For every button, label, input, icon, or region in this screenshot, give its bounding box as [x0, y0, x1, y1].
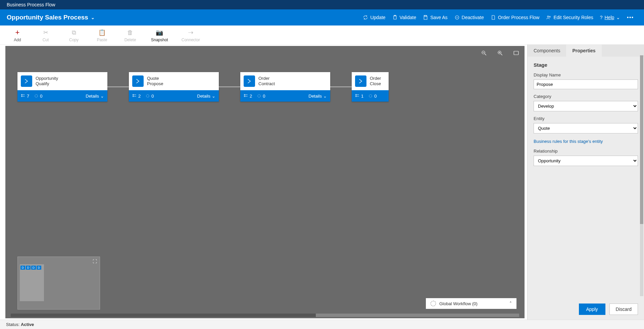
chevron-up-icon[interactable]: ˄ — [509, 301, 512, 306]
minimap-node: D — [26, 266, 31, 270]
camera-icon: 📷 — [156, 29, 163, 36]
connector-icon: ⇢ — [188, 29, 193, 36]
svg-rect-14 — [21, 94, 22, 95]
minimap-node: D — [31, 266, 36, 270]
add-button[interactable]: + Add — [10, 29, 25, 42]
edit-security-button[interactable]: Edit Security Roles — [543, 13, 596, 22]
svg-line-10 — [501, 54, 502, 55]
entity-select[interactable]: Quote — [534, 123, 638, 133]
scroll-thumb[interactable] — [640, 55, 643, 224]
horizontal-scrollbar[interactable] — [11, 314, 519, 317]
paste-button[interactable]: 📋 Paste — [95, 29, 109, 42]
copy-label: Copy — [69, 38, 79, 42]
fit-to-screen-button[interactable] — [513, 50, 519, 56]
relationship-label: Relationship — [534, 149, 638, 154]
add-label: Add — [14, 38, 21, 42]
details-toggle[interactable]: Details⌄ — [86, 94, 104, 99]
details-toggle[interactable]: Details⌄ — [308, 94, 327, 99]
save-as-button[interactable]: Save As — [419, 13, 451, 22]
chevron-down-icon: ⌄ — [91, 15, 95, 20]
category-label: Category — [534, 94, 638, 99]
workflow-count: 0 — [257, 94, 265, 99]
order-label: Order Process Flow — [498, 15, 540, 20]
snapshot-button[interactable]: 📷 Snapshot — [151, 29, 168, 42]
validate-label: Validate — [400, 15, 416, 20]
svg-rect-15 — [21, 96, 22, 97]
vertical-scrollbar[interactable] — [640, 55, 643, 296]
snapshot-label: Snapshot — [151, 38, 168, 42]
help-button[interactable]: ? Help ⌄ — [597, 13, 624, 22]
svg-point-23 — [146, 95, 149, 97]
minimap[interactable]: ⛶ D D D D — [17, 257, 100, 310]
category-select[interactable]: Develop — [534, 101, 638, 111]
scroll-thumb[interactable] — [11, 314, 316, 317]
svg-rect-20 — [133, 96, 134, 97]
tab-components[interactable]: Components — [528, 45, 566, 57]
people-icon — [546, 15, 551, 20]
titlebar: Business Process Flow — [0, 0, 644, 9]
security-label: Edit Security Roles — [553, 15, 593, 20]
tab-properties[interactable]: Properties — [566, 45, 601, 57]
minimap-viewport[interactable] — [20, 264, 44, 301]
minimap-node: D — [37, 266, 41, 270]
order-process-flow-button[interactable]: Order Process Flow — [487, 13, 543, 22]
help-label: Help — [604, 15, 614, 20]
svg-rect-2 — [425, 15, 427, 16]
plus-icon: + — [15, 29, 20, 36]
apply-button[interactable]: Apply — [579, 304, 605, 315]
stage-propose[interactable]: Quote Propose 2 0 Details⌄ — [129, 72, 219, 102]
status-bar: Status: Active — [0, 320, 644, 329]
properties-panel: Components Properties Stage Display Name… — [527, 45, 644, 320]
cut-label: Cut — [43, 38, 49, 42]
update-label: Update — [370, 15, 385, 20]
global-workflow-bar[interactable]: Global Workflow (0) ˄ — [426, 298, 516, 309]
document-icon — [491, 15, 496, 20]
discard-button[interactable]: Discard — [609, 304, 638, 315]
delete-button[interactable]: 🗑 Delete — [123, 29, 138, 42]
titlebar-title: Business Process Flow — [7, 2, 55, 7]
stage-icon — [132, 75, 144, 87]
more-button[interactable]: ••• — [624, 13, 637, 22]
trash-icon: 🗑 — [127, 29, 133, 36]
canvas[interactable]: Opportunity Qualify 7 0 Details⌄ Quote — [5, 46, 525, 318]
stage-name: Contract — [258, 81, 275, 87]
deactivate-label: Deactivate — [462, 15, 484, 20]
svg-point-18 — [35, 95, 38, 97]
refresh-icon — [363, 15, 368, 20]
connector-line — [107, 87, 129, 87]
steps-count: 2 — [132, 94, 141, 99]
zoom-in-button[interactable] — [497, 50, 503, 56]
update-button[interactable]: Update — [359, 13, 389, 22]
display-name-input[interactable] — [534, 79, 638, 89]
stage-name: Close — [370, 81, 381, 87]
stage-contract[interactable]: Order Contract 2 0 Details⌄ — [240, 72, 330, 102]
stage-close[interactable]: Order Close 1 0 — [352, 72, 389, 102]
connector-button[interactable]: ⇢ Connector — [182, 29, 200, 42]
minimap-node: D — [20, 266, 25, 270]
process-name-dropdown[interactable]: Opportunity Sales Process ⌄ — [7, 14, 95, 21]
validate-button[interactable]: Validate — [389, 13, 420, 22]
zoom-out-button[interactable] — [481, 50, 487, 56]
svg-point-28 — [258, 95, 260, 97]
stage-icon — [21, 75, 32, 87]
process-name-label: Opportunity Sales Process — [7, 14, 88, 21]
details-toggle[interactable]: Details⌄ — [197, 94, 215, 99]
stage-qualify[interactable]: Opportunity Qualify 7 0 Details⌄ — [17, 72, 107, 102]
workflow-count: 0 — [34, 94, 42, 99]
svg-point-4 — [547, 16, 549, 17]
connector-line — [219, 87, 240, 87]
chevron-down-icon: ⌄ — [616, 15, 620, 20]
toolbar: + Add ✂ Cut ⧉ Copy 📋 Paste 🗑 Delete 📷 Sn… — [0, 25, 644, 45]
deactivate-button[interactable]: Deactivate — [451, 13, 487, 22]
business-rules-link[interactable]: Business rules for this stage's entity — [534, 139, 638, 144]
save-as-label: Save As — [430, 15, 447, 20]
relationship-select[interactable]: Opportunity — [534, 156, 638, 166]
steps-count: 1 — [355, 94, 363, 99]
cut-button[interactable]: ✂ Cut — [38, 29, 53, 42]
copy-button[interactable]: ⧉ Copy — [66, 29, 81, 42]
canvas-tools — [481, 50, 519, 56]
steps-count: 7 — [21, 94, 29, 99]
expand-icon[interactable]: ⛶ — [93, 259, 97, 264]
display-name-label: Display Name — [534, 72, 638, 77]
svg-line-7 — [485, 54, 486, 55]
